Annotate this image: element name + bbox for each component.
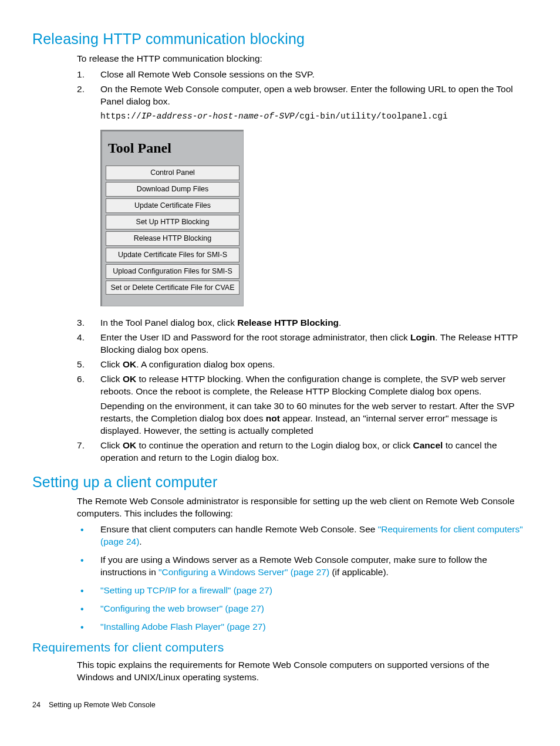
step-3: In the Tool Panel dialog box, click Rele…: [77, 317, 528, 329]
url-variable: IP-address-or-host-name-of-SVP: [141, 112, 295, 121]
heading-setting-up-client: Setting up a client computer: [32, 472, 528, 492]
bullet-item: "Configuring the web browser" (page 27): [77, 603, 528, 615]
step-2: On the Remote Web Console computer, open…: [77, 83, 528, 307]
tool-panel-button[interactable]: Set or Delete Certificate File for CVAE: [106, 281, 239, 295]
bullet-item: "Installing Adobe Flash Player" (page 27…: [77, 621, 528, 633]
step-note: Depending on the environment, it can tak…: [100, 400, 528, 437]
intro-text: To release the HTTP communication blocki…: [77, 53, 528, 65]
url-prefix: https://: [100, 112, 141, 121]
step-text: In the Tool Panel dialog box, click Rele…: [100, 317, 528, 329]
step-text: Click OK. A configuration dialog box ope…: [100, 359, 528, 371]
step-4: Enter the User ID and Password for the r…: [77, 332, 528, 356]
link-windows-server[interactable]: "Configuring a Windows Server" (page 27): [158, 567, 329, 577]
tool-panel-button[interactable]: Control Panel: [106, 166, 239, 180]
step-text: Close all Remote Web Console sessions on…: [100, 69, 528, 81]
tool-panel-button[interactable]: Set Up HTTP Blocking: [106, 215, 239, 229]
intro-text: The Remote Web Console administrator is …: [77, 495, 528, 520]
bullet-item: Ensure that client computers can handle …: [77, 524, 528, 548]
intro-text: This topic explains the requirements for…: [77, 659, 528, 684]
step-text: Click OK to release HTTP blocking. When …: [100, 373, 528, 398]
footer-title: Setting up Remote Web Console: [49, 701, 156, 709]
steps-list: Close all Remote Web Console sessions on…: [77, 69, 528, 464]
bullet-item: If you are using a Windows server as a R…: [77, 554, 528, 579]
step-text: Click OK to continue the operation and r…: [100, 440, 528, 464]
tool-panel-title: Tool Panel: [108, 139, 239, 157]
step-text: On the Remote Web Console computer, open…: [100, 83, 528, 108]
page-number: 24: [32, 701, 41, 709]
tool-panel-screenshot: Tool Panel Control Panel Download Dump F…: [100, 130, 528, 306]
tool-panel-button[interactable]: Update Certificate Files for SMI-S: [106, 248, 239, 262]
url-code: https://IP-address-or-host-name-of-SVP/c…: [100, 111, 528, 123]
tool-panel-button[interactable]: Release HTTP Blocking: [106, 231, 239, 246]
link-tcpip-firewall[interactable]: "Setting up TCP/IP for a firewall" (page…: [100, 585, 272, 595]
link-flash-player[interactable]: "Installing Adobe Flash Player" (page 27…: [100, 622, 266, 632]
tool-panel-button[interactable]: Download Dump Files: [106, 182, 239, 197]
heading-releasing-http: Releasing HTTP communication blocking: [32, 29, 528, 49]
heading-requirements: Requirements for client computers: [32, 639, 528, 656]
step-7: Click OK to continue the operation and r…: [77, 440, 528, 464]
step-text: Enter the User ID and Password for the r…: [100, 332, 528, 356]
link-web-browser[interactable]: "Configuring the web browser" (page 27): [100, 603, 264, 613]
step-1: Close all Remote Web Console sessions on…: [77, 69, 528, 81]
url-suffix: /cgi-bin/utility/toolpanel.cgi: [295, 112, 448, 121]
step-6: Click OK to release HTTP blocking. When …: [77, 373, 528, 437]
bullet-item: "Setting up TCP/IP for a firewall" (page…: [77, 585, 528, 597]
page-footer: 24Setting up Remote Web Console: [32, 700, 528, 710]
tool-panel-button[interactable]: Update Certificate Files: [106, 198, 239, 213]
tool-panel-dialog: Tool Panel Control Panel Download Dump F…: [100, 130, 244, 306]
step-5: Click OK. A configuration dialog box ope…: [77, 359, 528, 371]
bullet-list: Ensure that client computers can handle …: [77, 524, 528, 633]
tool-panel-button[interactable]: Upload Configuration Files for SMI-S: [106, 264, 239, 279]
